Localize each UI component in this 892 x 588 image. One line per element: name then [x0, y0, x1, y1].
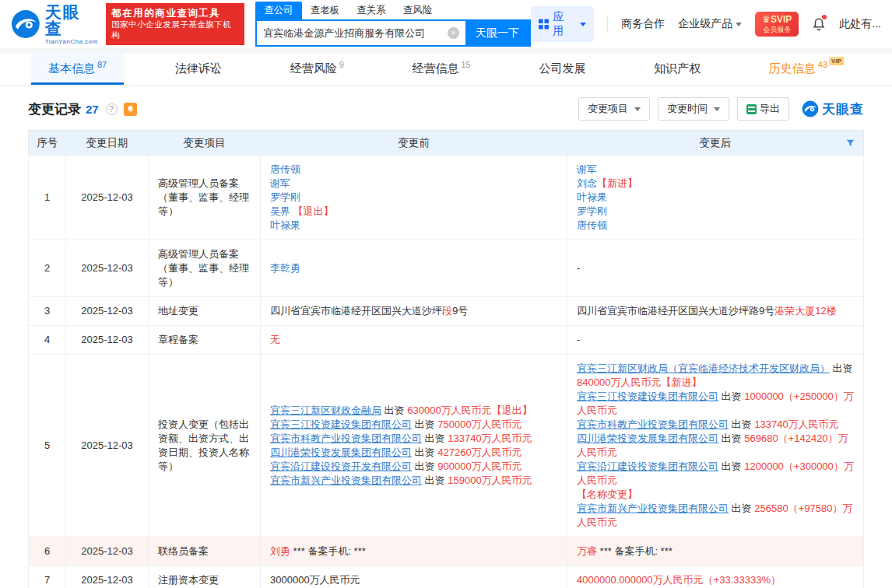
- entity-link[interactable]: 宜宾三江新区财政局（宜宾临港经济技术开发区财政局）: [577, 362, 830, 374]
- content-line: 刘念【新进】: [577, 177, 854, 191]
- content-line: 宜宾沿江建设投资开发有限公司 出资 900000万人民币元: [270, 460, 557, 474]
- entity-link[interactable]: 宜宾三江投资建设集团有限公司: [577, 390, 718, 402]
- nav-tab-legal[interactable]: 法律诉讼: [158, 53, 239, 85]
- entity-link[interactable]: 宜宾市科教产业投资集团有限公司: [577, 418, 729, 430]
- cell-seq: 1: [29, 156, 66, 240]
- nav-tab-basic[interactable]: 基本信息87: [31, 53, 124, 85]
- text-span: 出资: [412, 446, 437, 458]
- search-clear-icon[interactable]: ×: [448, 27, 459, 39]
- change-item-filter-button[interactable]: 变更项目: [578, 97, 650, 121]
- change-time-filter-button[interactable]: 变更时间: [658, 97, 729, 121]
- search-button[interactable]: 天眼一下: [465, 21, 529, 45]
- svip-line2: 会员服务: [762, 26, 792, 34]
- entity-link[interactable]: 唐传顿: [577, 219, 607, 231]
- text-span: 133740万人民币元: [448, 432, 532, 444]
- text-span: 出资: [422, 474, 448, 486]
- cell-date: 2025-12-03: [66, 240, 149, 297]
- cell-after: 四川省宜宾市临港经开区国兴大道沙坪路9号港荣大厦12楼: [567, 297, 864, 326]
- entity-link[interactable]: 罗学刚: [577, 205, 607, 217]
- menu-more[interactable]: 此处有...: [839, 17, 881, 31]
- filter-button-label: 变更项目: [588, 102, 628, 116]
- cell-before: 刘勇 *** 备案手机: ***: [261, 537, 567, 566]
- slogan-badge: 都在用的商业查询工具 国家中小企业发展子基金旗下机构: [106, 3, 244, 45]
- cell-change-item: 注册资本变更: [149, 566, 261, 588]
- table-row: 12025-12-03高级管理人员备案（董事、监事、经理等）唐传顿谢军罗学刚吴界…: [29, 156, 864, 240]
- entity-link[interactable]: 叶禄果: [270, 219, 300, 231]
- search-box: × 天眼一下: [255, 19, 531, 47]
- divider: [607, 17, 608, 31]
- apps-menu[interactable]: 应用: [531, 6, 594, 42]
- text-span: 【退出】: [492, 404, 532, 416]
- nav-tab-history[interactable]: 历史信息43VIP: [752, 53, 861, 85]
- content-line: 刘勇 *** 备案手机: ***: [270, 544, 557, 558]
- entity-link[interactable]: 谢军: [577, 163, 597, 175]
- change-record-table: 序号 变更日期 变更项目 变更前 变更后 12025-12-03高级管理人员备案…: [28, 130, 864, 588]
- text-span: 159000万人民币元: [448, 474, 532, 486]
- nav-tab-count: 87: [97, 60, 107, 69]
- cell-change-item: 地址变更: [149, 297, 261, 326]
- nav-tab-risk[interactable]: 经营风险9: [273, 53, 361, 85]
- entity-link[interactable]: 叶禄果: [577, 191, 607, 203]
- entity-link[interactable]: 谢军: [270, 177, 290, 189]
- cell-after: 万睿 *** 备案手机: ***: [567, 537, 864, 566]
- entity-link[interactable]: 宜宾沿江建设投资集团有限公司: [577, 460, 718, 472]
- text-span: 出资: [718, 390, 744, 402]
- content-line: 4000000.000000万人民币元（+33.33333%）: [577, 573, 854, 587]
- content-line: 宜宾三江投资建设集团有限公司 出资 1000000（+250000）万人民币元: [577, 390, 854, 418]
- text-span: 出资: [729, 418, 754, 430]
- cell-date: 2025-12-03: [66, 355, 149, 537]
- help-icon[interactable]: ?: [106, 103, 118, 115]
- section-header: 变更记录 27 ? 变更项目变更时间 导出 天眼查: [28, 97, 864, 121]
- search-tab-company[interactable]: 查公司: [255, 2, 302, 19]
- search-tab-relation[interactable]: 查关系: [348, 2, 395, 19]
- content-line: -: [577, 261, 854, 275]
- filter-buttons: 变更项目变更时间: [578, 97, 729, 121]
- entity-link[interactable]: 宜宾市新兴产业投资集团有限公司: [577, 502, 729, 514]
- svip-line1: SVIP: [771, 14, 792, 25]
- cell-seq: 5: [29, 355, 66, 537]
- entity-link[interactable]: 宜宾三江新区财政金融局: [270, 404, 381, 416]
- content-line: 宜宾市科教产业投资集团有限公司 出资 133740万人民币元: [270, 432, 557, 446]
- entity-link[interactable]: 吴界: [270, 205, 290, 217]
- change-table-body: 12025-12-03高级管理人员备案（董事、监事、经理等）唐传顿谢军罗学刚吴界…: [29, 156, 864, 588]
- brand-domain: TianYanCha.com: [45, 39, 99, 45]
- search-tab-risk[interactable]: 查风险: [395, 2, 441, 19]
- entity-link[interactable]: 宜宾市新兴产业投资集团有限公司: [270, 474, 422, 486]
- text-span: 【新进】: [597, 177, 637, 189]
- content-line: 唐传顿: [270, 163, 557, 177]
- entity-link[interactable]: 唐传顿: [270, 163, 300, 175]
- nav-tab-ip[interactable]: 知识产权: [637, 53, 718, 85]
- search-tab-boss[interactable]: 查老板: [302, 2, 349, 19]
- entity-link[interactable]: 刘念: [577, 177, 597, 189]
- cell-change-item: 高级管理人员备案（董事、监事、经理等）: [149, 156, 261, 240]
- content-line: 宜宾三江新区财政金融局 出资 630000万人民币元【退出】: [270, 404, 557, 418]
- search-input[interactable]: [257, 21, 448, 45]
- text-span: 刘勇: [270, 545, 290, 557]
- text-span: 出资: [381, 404, 407, 416]
- nav-tab-operation[interactable]: 经营信息15: [395, 53, 487, 85]
- svip-badge[interactable]: ♛SVIP 会员服务: [755, 12, 799, 36]
- entity-link[interactable]: 四川港荣投资发展集团有限公司: [577, 432, 718, 444]
- table-toolbar: 变更项目变更时间 导出 天眼查: [578, 97, 864, 121]
- nav-tab-label: 公司发展: [539, 61, 585, 76]
- cell-change-item: 投资人变更（包括出资额、出资方式、出资日期、投资人名称等）: [149, 355, 261, 537]
- content-line: 无: [270, 333, 557, 347]
- app-grid-icon: [539, 19, 549, 30]
- export-button[interactable]: 导出: [737, 97, 789, 121]
- entity-link[interactable]: 罗学刚: [270, 191, 300, 203]
- entity-link[interactable]: 李乾勇: [270, 262, 300, 274]
- entity-link[interactable]: 宜宾市科教产业投资集团有限公司: [270, 432, 422, 444]
- nav-tab-development[interactable]: 公司发展: [522, 53, 602, 85]
- cell-date: 2025-12-03: [66, 537, 149, 566]
- menu-enterprise-products[interactable]: 企业级产品: [678, 17, 742, 31]
- menu-business-cooperation[interactable]: 商务合作: [621, 17, 665, 31]
- nav-tab-label: 法律诉讼: [175, 61, 222, 76]
- brand-logo[interactable]: 天眼查 TianYanCha.com: [11, 4, 98, 45]
- monitor-icon[interactable]: [124, 103, 137, 116]
- content-line: 宜宾三江投资建设集团有限公司 出资 750000万人民币元: [270, 418, 557, 432]
- entity-link[interactable]: 宜宾三江投资建设集团有限公司: [270, 418, 412, 430]
- notifications-bell[interactable]: [812, 16, 826, 32]
- entity-link[interactable]: 四川港荣投资发展集团有限公司: [270, 446, 412, 458]
- entity-link[interactable]: 宜宾沿江建设投资开发有限公司: [270, 460, 412, 472]
- filter-icon[interactable]: [845, 138, 855, 148]
